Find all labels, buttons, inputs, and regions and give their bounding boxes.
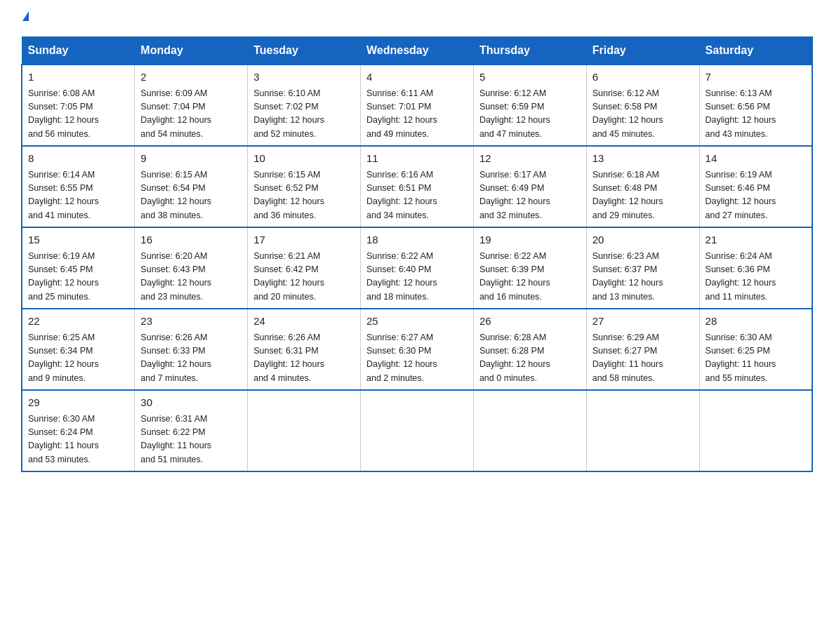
day-number: 6 [593,69,694,86]
calendar-cell: 10Sunrise: 6:15 AMSunset: 6:52 PMDayligh… [248,146,361,227]
day-number: 4 [366,69,468,86]
day-info: Sunrise: 6:20 AMSunset: 6:43 PMDaylight:… [140,250,241,304]
day-info: Sunrise: 6:23 AMSunset: 6:37 PMDaylight:… [593,250,694,304]
day-number: 5 [479,69,581,86]
calendar-cell: 30Sunrise: 6:31 AMSunset: 6:22 PMDayligh… [135,390,248,471]
day-number: 17 [253,232,355,248]
calendar-cell: 17Sunrise: 6:21 AMSunset: 6:42 PMDayligh… [248,227,361,309]
day-number: 21 [706,232,806,248]
day-info: Sunrise: 6:31 AMSunset: 6:22 PMDaylight:… [140,412,241,467]
day-number: 9 [140,151,241,167]
calendar-cell: 20Sunrise: 6:23 AMSunset: 6:37 PMDayligh… [586,227,699,309]
day-info: Sunrise: 6:16 AMSunset: 6:51 PMDaylight:… [366,168,468,223]
day-info: Sunrise: 6:26 AMSunset: 6:31 PMDaylight:… [253,331,355,386]
day-number: 27 [593,314,694,330]
day-number: 11 [366,151,468,167]
calendar-cell: 11Sunrise: 6:16 AMSunset: 6:51 PMDayligh… [361,146,474,227]
calendar-cell: 21Sunrise: 6:24 AMSunset: 6:36 PMDayligh… [699,227,812,309]
weekday-header-friday: Friday [586,37,699,65]
day-number: 1 [28,69,128,86]
calendar-cell: 13Sunrise: 6:18 AMSunset: 6:48 PMDayligh… [586,146,699,227]
calendar-cell: 1Sunrise: 6:08 AMSunset: 7:05 PMDaylight… [22,65,135,146]
calendar-week-row: 29Sunrise: 6:30 AMSunset: 6:24 PMDayligh… [22,390,812,471]
day-info: Sunrise: 6:17 AMSunset: 6:49 PMDaylight:… [479,168,581,223]
calendar-table: SundayMondayTuesdayWednesdayThursdayFrid… [21,36,813,472]
calendar-cell: 15Sunrise: 6:19 AMSunset: 6:45 PMDayligh… [22,227,135,309]
logo [21,14,29,24]
day-info: Sunrise: 6:10 AMSunset: 7:02 PMDaylight:… [253,87,355,142]
calendar-cell: 29Sunrise: 6:30 AMSunset: 6:24 PMDayligh… [22,390,135,471]
weekday-header-saturday: Saturday [699,37,812,65]
calendar-cell [248,390,361,471]
weekday-header-tuesday: Tuesday [248,37,361,65]
day-number: 28 [706,314,806,330]
calendar-cell: 27Sunrise: 6:29 AMSunset: 6:27 PMDayligh… [586,309,699,390]
day-number: 24 [253,314,355,330]
calendar-cell: 3Sunrise: 6:10 AMSunset: 7:02 PMDaylight… [248,65,361,146]
day-info: Sunrise: 6:18 AMSunset: 6:48 PMDaylight:… [593,168,694,223]
calendar-cell: 7Sunrise: 6:13 AMSunset: 6:56 PMDaylight… [699,65,812,146]
day-info: Sunrise: 6:11 AMSunset: 7:01 PMDaylight:… [366,87,468,142]
calendar-cell: 19Sunrise: 6:22 AMSunset: 6:39 PMDayligh… [473,227,586,309]
calendar-cell: 22Sunrise: 6:25 AMSunset: 6:34 PMDayligh… [22,309,135,390]
day-info: Sunrise: 6:15 AMSunset: 6:54 PMDaylight:… [140,168,241,223]
weekday-header-sunday: Sunday [22,37,135,65]
day-number: 8 [28,151,128,167]
calendar-week-row: 8Sunrise: 6:14 AMSunset: 6:55 PMDaylight… [22,146,812,227]
day-number: 15 [28,232,128,248]
day-info: Sunrise: 6:22 AMSunset: 6:39 PMDaylight:… [479,250,581,304]
calendar-cell: 23Sunrise: 6:26 AMSunset: 6:33 PMDayligh… [135,309,248,390]
day-number: 7 [706,69,806,86]
day-info: Sunrise: 6:12 AMSunset: 6:58 PMDaylight:… [593,87,694,142]
day-number: 3 [253,69,355,86]
day-number: 22 [28,314,128,330]
day-info: Sunrise: 6:27 AMSunset: 6:30 PMDaylight:… [366,331,468,386]
day-info: Sunrise: 6:30 AMSunset: 6:25 PMDaylight:… [706,331,806,386]
calendar-cell [699,390,812,471]
calendar-cell: 12Sunrise: 6:17 AMSunset: 6:49 PMDayligh… [473,146,586,227]
day-number: 2 [140,69,241,86]
calendar-cell: 26Sunrise: 6:28 AMSunset: 6:28 PMDayligh… [473,309,586,390]
calendar-cell: 14Sunrise: 6:19 AMSunset: 6:46 PMDayligh… [699,146,812,227]
day-number: 23 [140,314,241,330]
calendar-cell: 28Sunrise: 6:30 AMSunset: 6:25 PMDayligh… [699,309,812,390]
calendar-cell [361,390,474,471]
calendar-cell: 8Sunrise: 6:14 AMSunset: 6:55 PMDaylight… [22,146,135,227]
day-info: Sunrise: 6:09 AMSunset: 7:04 PMDaylight:… [140,87,241,142]
day-number: 29 [28,395,128,411]
day-info: Sunrise: 6:26 AMSunset: 6:33 PMDaylight:… [140,331,241,386]
calendar-cell: 24Sunrise: 6:26 AMSunset: 6:31 PMDayligh… [248,309,361,390]
day-number: 19 [479,232,581,248]
day-info: Sunrise: 6:14 AMSunset: 6:55 PMDaylight:… [28,168,128,223]
calendar-week-row: 1Sunrise: 6:08 AMSunset: 7:05 PMDaylight… [22,65,812,146]
day-number: 10 [253,151,355,167]
day-info: Sunrise: 6:21 AMSunset: 6:42 PMDaylight:… [253,250,355,304]
day-info: Sunrise: 6:19 AMSunset: 6:45 PMDaylight:… [28,250,128,304]
calendar-body: 1Sunrise: 6:08 AMSunset: 7:05 PMDaylight… [22,65,812,471]
day-info: Sunrise: 6:28 AMSunset: 6:28 PMDaylight:… [479,331,581,386]
calendar-cell: 6Sunrise: 6:12 AMSunset: 6:58 PMDaylight… [586,65,699,146]
day-info: Sunrise: 6:30 AMSunset: 6:24 PMDaylight:… [28,412,128,467]
day-number: 30 [140,395,241,411]
calendar-cell: 16Sunrise: 6:20 AMSunset: 6:43 PMDayligh… [135,227,248,309]
day-number: 25 [366,314,468,330]
day-number: 14 [706,151,806,167]
calendar-header: SundayMondayTuesdayWednesdayThursdayFrid… [22,37,812,65]
day-number: 16 [140,232,241,248]
calendar-cell [586,390,699,471]
weekday-header-monday: Monday [135,37,248,65]
calendar-week-row: 22Sunrise: 6:25 AMSunset: 6:34 PMDayligh… [22,309,812,390]
calendar-week-row: 15Sunrise: 6:19 AMSunset: 6:45 PMDayligh… [22,227,812,309]
calendar-cell: 18Sunrise: 6:22 AMSunset: 6:40 PMDayligh… [361,227,474,309]
logo-triangle-icon [22,11,29,21]
day-info: Sunrise: 6:22 AMSunset: 6:40 PMDaylight:… [366,250,468,304]
page-header [21,14,813,24]
calendar-cell: 2Sunrise: 6:09 AMSunset: 7:04 PMDaylight… [135,65,248,146]
day-number: 26 [479,314,581,330]
weekday-header-thursday: Thursday [473,37,586,65]
calendar-cell: 9Sunrise: 6:15 AMSunset: 6:54 PMDaylight… [135,146,248,227]
calendar-cell: 5Sunrise: 6:12 AMSunset: 6:59 PMDaylight… [473,65,586,146]
day-info: Sunrise: 6:12 AMSunset: 6:59 PMDaylight:… [479,87,581,142]
day-number: 18 [366,232,468,248]
calendar-cell: 4Sunrise: 6:11 AMSunset: 7:01 PMDaylight… [361,65,474,146]
